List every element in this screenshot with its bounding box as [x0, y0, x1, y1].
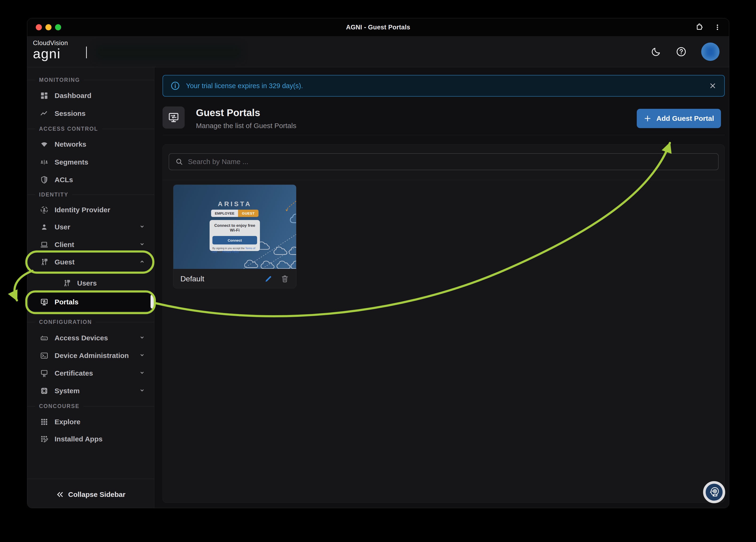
page-subtitle: Manage the list of Guest Portals [196, 122, 296, 130]
section-identity: IDENTITY [27, 189, 154, 200]
identity-provider-icon [40, 206, 48, 214]
user-icon [40, 223, 48, 231]
dashboard-icon [40, 91, 48, 100]
preview-heading: Connect to enjoy free Wi-Fi [212, 223, 257, 233]
preview-arista-logo: ARISTA [173, 200, 296, 208]
guest-users-icon [63, 279, 71, 287]
search-icon [175, 158, 183, 166]
sidebar-scrollbar-thumb[interactable] [151, 294, 154, 308]
sidebar-item-user[interactable]: User [27, 218, 154, 236]
apps-grid-icon [40, 418, 48, 426]
preview-tab-employee: EMPLOYEE [211, 210, 238, 217]
collapse-sidebar-button[interactable]: Collapse Sidebar [27, 486, 154, 503]
system-gear-icon [40, 387, 48, 395]
brand-product: CloudVision [33, 40, 68, 46]
wifi-icon [40, 140, 48, 149]
help-button[interactable] [676, 46, 687, 57]
page-icon [163, 107, 185, 129]
moon-icon [651, 47, 661, 57]
window-titlebar: AGNI - Guest Portals [27, 18, 729, 36]
sidebar-item-access-devices[interactable]: Access Devices [27, 329, 154, 347]
avatar-image-redacted [705, 46, 715, 57]
user-avatar[interactable] [701, 43, 720, 61]
banner-close-button[interactable] [709, 82, 717, 90]
maximize-window-button[interactable] [55, 24, 61, 30]
sidebar-item-guest-portals[interactable]: Portals [29, 293, 151, 311]
plus-icon [644, 115, 652, 123]
chevron-down-icon [139, 334, 146, 342]
ai-assistant-icon [708, 486, 720, 498]
sidebar-item-sessions[interactable]: Sessions [27, 105, 154, 123]
brand-app: agni [33, 47, 68, 60]
minimize-window-button[interactable] [45, 24, 52, 30]
installed-apps-icon [40, 435, 48, 443]
sessions-icon [40, 109, 48, 118]
header-divider [163, 135, 725, 135]
portal-card-footer: Default [173, 269, 296, 288]
terminal-icon [40, 351, 48, 360]
browser-window: AGNI - Guest Portals CloudVision agni [27, 18, 729, 508]
sidebar: MONITORING Dashboard Sessions ACCESS CON… [27, 67, 154, 508]
search-input[interactable] [188, 158, 712, 166]
portals-icon [40, 298, 48, 306]
segments-icon [40, 158, 48, 167]
section-access-control: ACCESS CONTROL [27, 123, 154, 135]
org-name-redacted [95, 45, 241, 60]
sidebar-item-segments[interactable]: Segments [27, 153, 154, 171]
banner-message: Your trial license expires in 329 day(s)… [186, 82, 709, 90]
info-icon [171, 81, 180, 91]
chevron-down-icon [139, 223, 146, 231]
app-header: CloudVision agni [27, 36, 729, 67]
sidebar-item-device-administration[interactable]: Device Administration [27, 347, 154, 364]
certificate-icon [40, 369, 48, 377]
sidebar-item-dashboard[interactable]: Dashboard [27, 87, 154, 105]
sidebar-item-certificates[interactable]: Certificates [27, 364, 154, 382]
preview-tab-guest: GUEST [238, 210, 259, 217]
close-window-button[interactable] [36, 24, 42, 30]
portals-panel: ARISTA EMPLOYEE GUEST Connect to enjoy f… [163, 144, 725, 503]
preview-privacy-policy-link: Privacy Policy [223, 250, 239, 253]
sidebar-item-networks[interactable]: Networks [27, 135, 154, 153]
dark-mode-toggle[interactable] [651, 47, 661, 57]
desktop: AGNI - Guest Portals CloudVision agni [0, 0, 756, 542]
browser-menu-icon[interactable] [714, 24, 721, 31]
preview-terms-text: By signing in you accept the Terms of Us… [212, 247, 257, 254]
window-title: AGNI - Guest Portals [27, 24, 729, 31]
brand-logo: CloudVision agni [33, 40, 68, 60]
sidebar-item-client[interactable]: Client [27, 236, 154, 254]
portal-preview-thumbnail: ARISTA EMPLOYEE GUEST Connect to enjoy f… [173, 185, 296, 269]
preview-connect-card: Connect to enjoy free Wi-Fi Connect By s… [210, 220, 260, 251]
preview-connect-button: Connect [212, 236, 257, 245]
ai-assistant-button[interactable] [703, 481, 725, 503]
delete-portal-button[interactable] [281, 274, 289, 283]
sidebar-item-system[interactable]: System [27, 382, 154, 400]
sidebar-item-identity-provider[interactable]: Identity Provider [27, 201, 154, 219]
extensions-icon[interactable] [695, 23, 704, 32]
chevron-down-icon [139, 369, 146, 377]
sidebar-footer-divider [27, 479, 154, 479]
shield-icon [40, 176, 48, 184]
sidebar-item-guest-users[interactable]: Users [27, 274, 154, 292]
add-guest-portal-button[interactable]: Add Guest Portal [637, 109, 721, 128]
help-icon [676, 46, 687, 57]
search-box [169, 153, 719, 170]
laptop-icon [40, 241, 48, 249]
preview-portal-toggle: EMPLOYEE GUEST [211, 210, 259, 217]
portal-name: Default [180, 274, 264, 283]
sidebar-item-acls[interactable]: ACLs [27, 171, 154, 189]
page-title: Guest Portals [196, 107, 260, 119]
section-monitoring: MONITORING [27, 74, 154, 86]
guest-portal-icon [167, 111, 180, 124]
guest-icon [40, 258, 48, 266]
sidebar-item-explore[interactable]: Explore [27, 413, 154, 431]
access-devices-icon [40, 334, 48, 342]
sidebar-item-guest[interactable]: Guest [27, 253, 154, 271]
edit-portal-button[interactable] [264, 274, 273, 283]
chevron-down-icon [139, 241, 146, 249]
trial-license-banner: Your trial license expires in 329 day(s)… [163, 75, 725, 97]
portal-card-default[interactable]: ARISTA EMPLOYEE GUEST Connect to enjoy f… [173, 185, 296, 288]
sidebar-item-installed-apps[interactable]: Installed Apps [27, 430, 154, 448]
brand-divider [86, 47, 87, 58]
double-chevron-left-icon [56, 490, 64, 498]
main-content: Your trial license expires in 329 day(s)… [155, 67, 729, 508]
